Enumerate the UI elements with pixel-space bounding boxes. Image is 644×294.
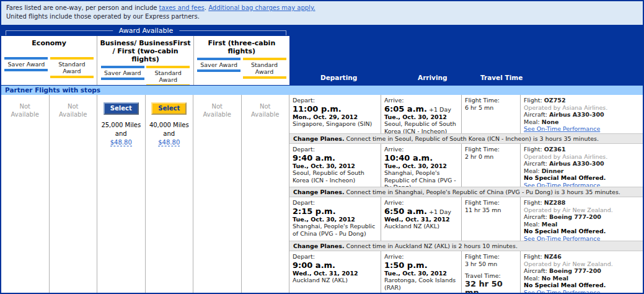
standard-fees-link[interactable]: $48.80 [158,139,180,146]
depart-time: 9:40 a.m. [293,153,377,163]
saver-award-bar-bottom [101,78,144,80]
connect-time-text: Connect time in Auckland NZ (AKL) is 2 h… [346,243,518,249]
arrive-city: Auckland NZ (AKL) [384,223,458,230]
depart-date: Mon., Oct. 29, 2012 [293,114,377,121]
select-saver-award-button[interactable]: Select [104,102,139,115]
meal-type: Meal [542,221,558,228]
flight-time-label: Flight Time: [465,253,517,261]
standard-award-bar-bottom [243,76,286,79]
taxes-and-fees-link[interactable]: taxes and fees [159,4,205,11]
standard-award-bar-bottom [50,76,94,78]
depart-cell: Depart: 9:40 a.m. Tue., Oct. 30, 2012 Se… [289,144,381,187]
change-planes-row-2: Change Planes. Connect time in Shanghai,… [289,187,643,197]
flight-number: OZ752 [544,97,566,104]
connect-time-text: Connect time in Seoul, Republic of South… [346,135,599,142]
flight-number: NZ288 [544,199,566,206]
on-time-performance-link[interactable]: See On-Time Performance [524,125,600,133]
cabin-group-business: Business/ BusinessFirst / First (two-cab… [97,36,193,87]
depart-label: Depart: [293,146,377,153]
on-time-performance-link[interactable]: See On-Time Performance [524,289,600,293]
table-header-row: Award Available Economy Saver Award [1,25,643,85]
flight-segment-row-1: Depart: 11:00 p.m. Mon., Oct. 29, 2012 S… [289,95,643,133]
not-available-text: Not Available [57,102,89,118]
arrive-time: 6:50 a.m. [384,207,427,216]
economy-award-pair: Saver Award Standard Award [1,56,97,78]
flight-time-value: 11 hr 35 mn [465,207,517,214]
business-award-pair: Saver Award Standard Award [97,65,193,87]
flight-time-cell: Flight Time: 6 hr 5 mn [462,95,521,133]
arrive-city: Shanghai, People's Republic of China (PV… [384,169,458,187]
first-award-pair: Saver Award Standard Award [194,56,289,79]
flight-time-cell: Flight Time: 11 hr 35 mn [462,197,521,241]
flight-segment-row-3: Depart: 2:15 p.m. Tue., Oct. 30, 2012 Sh… [289,197,643,241]
results-body: Not Available Not Available Select 25,00… [1,95,643,293]
miles-conjunction: and [97,130,145,138]
flight-label: Flight: [524,146,542,153]
award-available-band: Award Available [1,25,289,36]
flight-columns-header: Departing Arriving Travel Time [289,25,643,85]
flight-label: Flight: [524,97,542,104]
departing-column-header: Departing [320,74,357,81]
arriving-column-header: Arriving [418,74,448,81]
cabin-group-first: First (three-cabin flights) Saver Award … [194,36,289,87]
on-time-performance-link[interactable]: See On-Time Performance [524,235,600,241]
arrive-time: 10:40 a.m. [384,153,433,163]
first-standard-award-header: Standard Award [243,58,286,79]
change-planes-title: Change Planes. [293,243,345,249]
aircraft-type: Boeing 777-200 [549,213,601,220]
special-meal-note: No Special Meal Offered. [524,282,640,289]
depart-cell: Depart: 9:00 a.m. Wed., Oct. 31, 2012 Au… [289,251,381,293]
depart-city: Shanghai, People's Republic of China (PV… [293,223,377,237]
flight-time-label: Flight Time: [465,146,517,153]
aircraft-label: Aircraft: [524,160,547,167]
arrive-date: Tue., Oct. 30, 2012 [384,270,458,277]
flight-segment-list: Depart: 11:00 p.m. Mon., Oct. 29, 2012 S… [289,95,643,293]
arrive-date: Tue., Oct. 30, 2012 [384,163,458,170]
arrive-cell: Arrive: 6:50 a.m. +1 Day Wed., Oct. 31, … [381,197,462,241]
award-selection-columns: Not Available Not Available Select 25,00… [1,95,289,293]
arrive-label: Arrive: [384,199,458,207]
depart-label: Depart: [293,199,377,207]
saver-award-bar-bottom [4,69,48,71]
fare-notice-text: Fares listed are one-way, per person and… [6,4,159,11]
flight-segment-row-2: Depart: 9:40 a.m. Tue., Oct. 30, 2012 Se… [289,144,643,187]
depart-label: Depart: [293,253,377,261]
operated-by: Operated by Asiana Airlines. [524,153,640,161]
depart-date: Wed., Oct. 31, 2012 [293,270,377,277]
not-available-text: Not Available [9,102,41,118]
saver-fees-link[interactable]: $48.80 [110,139,132,146]
flight-number: OZ361 [544,146,566,153]
flight-info-cell: Flight: OZ361 Operated by Asiana Airline… [521,144,643,187]
saver-award-label: Saver Award [197,60,240,69]
aircraft-label: Aircraft: [524,111,547,118]
flight-label: Flight: [524,199,542,206]
award-results-page: Fares listed are one-way, per person and… [0,0,644,294]
standard-award-label: Standard Award [243,60,286,76]
award-available-label: Award Available [113,27,179,35]
aircraft-type: Airbus A330-300 [549,160,604,167]
arrive-label: Arrive: [384,146,458,153]
plus-day-indicator: +1 Day [429,106,451,113]
saver-award-label: Saver Award [4,60,48,69]
change-planes-row-3: Change Planes. Connect time in Auckland … [289,241,643,251]
cabin-group-economy: Economy Saver Award Standard Award [1,36,97,87]
bag-charges-link[interactable]: Additional bag charges may apply. [208,4,315,11]
standard-award-label: Standard Award [146,68,190,84]
select-standard-award-button[interactable]: Select [151,102,187,115]
flight-time-label: Flight Time: [465,199,517,207]
travel-time-value: 32 hr 50 mn [465,280,503,293]
flight-time-value: 2 hr 0 mn [465,153,517,161]
arrive-date: Tue., Oct. 30, 2012 [384,114,458,121]
depart-city: Seoul, Republic of South Korea (ICN - In… [293,169,377,184]
on-time-performance-link[interactable]: See On-Time Performance [524,182,600,187]
arrive-time: 1:50 p.m. [384,261,428,270]
award-availability-header: Award Available Economy Saver Award [1,25,289,85]
aircraft-label: Aircraft: [524,267,547,274]
cabin-title-economy: Economy [1,36,97,56]
flight-time-cell: Flight Time: 2 hr 0 mn [462,144,521,187]
saver-award-label: Saver Award [101,68,144,78]
miles-conjunction: and [146,130,193,138]
miles-amount: 25,000 Miles [97,121,145,130]
meal-label: Meal: [524,275,540,282]
flight-time-value: 6 hr 5 mn [465,104,517,112]
